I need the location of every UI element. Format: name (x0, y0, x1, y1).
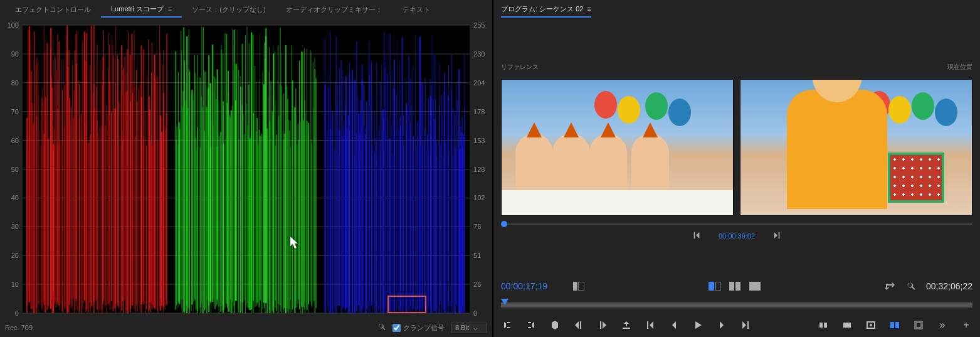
svg-text:90: 90 (11, 50, 19, 58)
add-marker-icon[interactable] (549, 319, 561, 331)
current-timecode[interactable]: 00;00;17;19 (501, 281, 547, 291)
svg-text:10: 10 (11, 281, 19, 288)
tab-lumetri-label: Lumetri スコープ (111, 5, 164, 13)
comparison-toggle-icon[interactable] (888, 319, 901, 331)
svg-text:100: 100 (8, 21, 19, 29)
svg-text:26: 26 (473, 281, 481, 288)
svg-text:230: 230 (473, 50, 485, 58)
svg-rect-582 (824, 323, 827, 328)
lift-icon[interactable] (620, 319, 633, 331)
svg-text:80: 80 (11, 79, 19, 87)
go-to-in-icon[interactable] (644, 319, 656, 331)
scope-svg: 0102030405060708090100 02651761021281531… (5, 20, 487, 318)
svg-text:20: 20 (11, 252, 19, 259)
tab-program[interactable]: プログラム: シーケンス 02 ≡ (501, 1, 591, 18)
clamp-signal-input[interactable] (393, 324, 401, 332)
panel-menu-icon[interactable]: ≡ (587, 5, 591, 13)
reference-playhead[interactable] (501, 221, 507, 227)
tab-text[interactable]: テキスト (393, 1, 440, 17)
comparison-view (501, 79, 972, 216)
svg-rect-581 (819, 323, 823, 328)
svg-text:255: 255 (473, 21, 485, 29)
go-to-out-button[interactable] (772, 231, 781, 241)
go-to-timecode[interactable]: 00:00:39:02 (719, 232, 755, 240)
tab-source[interactable]: ソース：(クリップなし) (182, 1, 275, 17)
clamp-signal-checkbox[interactable]: クランプ信号 (393, 323, 445, 333)
export-frame-icon[interactable] (865, 319, 877, 331)
program-monitor-panel: プログラム: シーケンス 02 ≡ リファレンス 現在位置 (492, 0, 980, 337)
single-view-icon[interactable] (749, 281, 761, 291)
settings-icon[interactable] (905, 281, 917, 291)
svg-rect-577 (715, 282, 721, 291)
svg-rect-576 (709, 282, 714, 291)
svg-rect-578 (729, 282, 734, 291)
bit-depth-select[interactable]: 8 Bit ⌵ (451, 323, 487, 333)
duration-timecode: 00;32;06;22 (926, 281, 972, 291)
go-to-time-row: 00:00:39:02 (493, 231, 980, 241)
button-editor-icon[interactable]: + (960, 319, 972, 331)
reference-frame (501, 79, 734, 216)
source-tab-bar: エフェクトコントロール Lumetri スコープ ≡ ソース：(クリップなし) … (0, 0, 492, 18)
scope-settings-icon[interactable] (377, 323, 386, 333)
reference-label: リファレンス (501, 63, 539, 72)
svg-text:153: 153 (473, 137, 485, 144)
svg-text:0: 0 (15, 309, 19, 317)
timecode-row: 00;00;17;19 00;32;06;22 (501, 281, 972, 291)
svg-text:102: 102 (473, 194, 485, 201)
svg-text:30: 30 (11, 223, 19, 230)
go-to-out-icon[interactable] (739, 319, 752, 331)
play-icon[interactable] (692, 319, 704, 331)
go-to-next-marker-icon[interactable] (596, 319, 609, 331)
program-tab-label: プログラム: シーケンス 02 (501, 5, 583, 13)
playhead-icon[interactable] (501, 299, 508, 305)
mark-in-icon[interactable] (501, 319, 514, 331)
overwrite-icon[interactable] (841, 319, 853, 331)
mark-out-icon[interactable] (525, 319, 537, 331)
go-to-previous-marker-icon[interactable] (572, 319, 585, 331)
svg-text:51: 51 (473, 252, 481, 259)
svg-rect-586 (890, 322, 894, 328)
step-back-icon[interactable] (668, 319, 680, 331)
step-forward-icon[interactable] (715, 319, 728, 331)
svg-rect-587 (895, 322, 899, 328)
tab-audio-mixer[interactable]: オーディオクリップミキサー： (276, 1, 393, 17)
svg-text:50: 50 (11, 165, 19, 173)
comparison-view-icon[interactable] (709, 281, 721, 291)
svg-text:204: 204 (473, 79, 485, 87)
reference-label-row: リファレンス 現在位置 (501, 63, 972, 72)
more-icon[interactable]: » (936, 319, 949, 331)
clipping-highlight-box (387, 296, 426, 313)
current-position-label: 現在位置 (947, 63, 972, 72)
chevron-down-icon: ⌵ (473, 324, 478, 331)
lumetri-scopes-panel: エフェクトコントロール Lumetri スコープ ≡ ソース：(クリップなし) … (0, 0, 492, 337)
safe-margins-icon[interactable] (912, 319, 925, 331)
svg-rect-583 (843, 323, 851, 328)
bit-depth-value: 8 Bit (455, 324, 469, 331)
current-frame (740, 79, 972, 216)
timeline-ruler[interactable] (501, 299, 972, 310)
svg-text:178: 178 (473, 108, 485, 115)
svg-text:60: 60 (11, 137, 19, 144)
svg-text:128: 128 (473, 165, 485, 173)
fit-dropdown-icon[interactable] (572, 281, 585, 291)
svg-text:40: 40 (11, 194, 19, 201)
clamp-signal-label: クランプ信号 (403, 323, 445, 333)
panel-menu-icon[interactable]: ≡ (168, 5, 172, 13)
transport-controls: » + (501, 317, 972, 333)
side-by-side-icon[interactable] (729, 281, 741, 291)
loop-icon[interactable] (885, 281, 897, 291)
svg-point-585 (870, 324, 872, 326)
tab-lumetri-scopes[interactable]: Lumetri スコープ ≡ (101, 1, 182, 18)
insert-icon[interactable] (817, 319, 830, 331)
program-tab-bar: プログラム: シーケンス 02 ≡ (493, 0, 980, 18)
rgb-parade-scope: 0102030405060708090100 02651761021281531… (5, 20, 487, 318)
svg-text:0: 0 (473, 309, 477, 317)
go-to-in-button[interactable] (692, 231, 701, 241)
svg-rect-589 (916, 323, 921, 328)
svg-rect-580 (749, 282, 761, 291)
reference-scrub-bar[interactable] (501, 221, 972, 227)
svg-text:70: 70 (11, 108, 19, 115)
svg-rect-579 (735, 282, 740, 291)
svg-rect-574 (573, 282, 577, 291)
tab-effect-controls[interactable]: エフェクトコントロール (5, 1, 101, 17)
